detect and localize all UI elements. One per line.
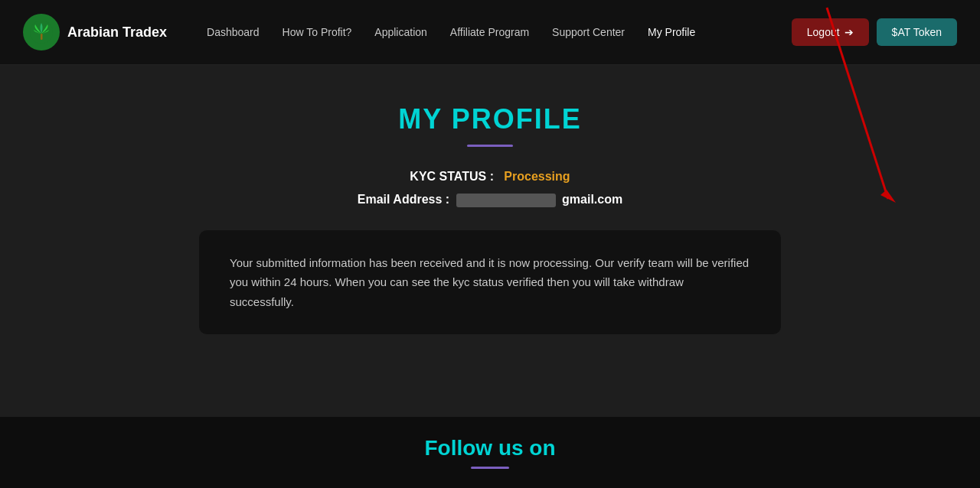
logout-button[interactable]: Logout ➔: [792, 18, 869, 46]
footer: Follow us on: [0, 417, 980, 488]
nav-links: Dashboard How To Profit? Application Aff…: [198, 21, 792, 43]
kyc-status-label: KYC STATUS :: [410, 170, 494, 183]
nav-my-profile[interactable]: My Profile: [639, 21, 704, 43]
profile-info: KYC STATUS : Processing Email Address : …: [358, 170, 622, 207]
title-underline: [467, 145, 513, 147]
info-box: Your submitted information has been rece…: [199, 230, 781, 335]
navbar: Arabian Tradex Dashboard How To Profit? …: [0, 0, 980, 65]
kyc-status-line: KYC STATUS : Processing: [358, 170, 622, 184]
nav-support-center[interactable]: Support Center: [543, 21, 634, 43]
brand-name: Arabian Tradex: [67, 24, 167, 41]
info-message: Your submitted information has been rece…: [230, 253, 750, 312]
email-line: Email Address : gmail.com: [358, 193, 622, 207]
logo-link[interactable]: Arabian Tradex: [23, 14, 167, 50]
nav-application[interactable]: Application: [365, 21, 436, 43]
email-redacted: [456, 194, 556, 207]
logo-icon: [23, 14, 60, 50]
footer-title: Follow us on: [424, 436, 555, 460]
nav-dashboard[interactable]: Dashboard: [198, 21, 269, 43]
nav-how-to-profit[interactable]: How To Profit?: [273, 21, 361, 43]
main-content: MY PROFILE KYC STATUS : Processing Email…: [0, 65, 980, 417]
nav-actions: Logout ➔ $AT Token: [792, 18, 957, 46]
page-title: MY PROFILE: [398, 103, 581, 135]
footer-underline: [471, 467, 509, 469]
logout-icon: ➔: [844, 26, 854, 38]
email-label: Email Address :: [358, 193, 449, 206]
nav-affiliate-program[interactable]: Affiliate Program: [441, 21, 538, 43]
kyc-status-value: Processing: [504, 170, 570, 183]
logout-label: Logout: [807, 26, 840, 38]
sat-token-button[interactable]: $AT Token: [877, 18, 957, 46]
email-domain: gmail.com: [562, 193, 622, 206]
svg-rect-1: [41, 34, 43, 40]
